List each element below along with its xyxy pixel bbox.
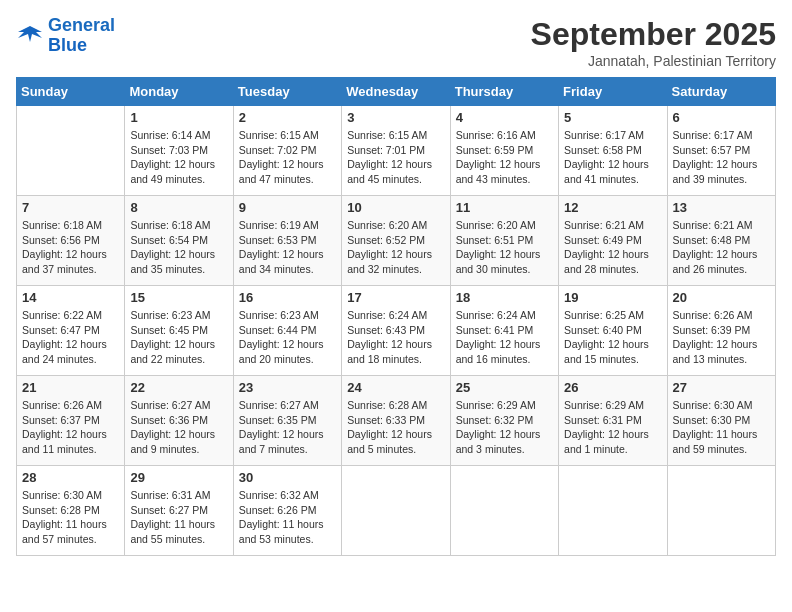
day-number: 13 — [673, 200, 770, 215]
calendar-day-cell: 28 Sunrise: 6:30 AMSunset: 6:28 PMDaylig… — [17, 466, 125, 556]
calendar-day-cell: 1 Sunrise: 6:14 AMSunset: 7:03 PMDayligh… — [125, 106, 233, 196]
day-number: 28 — [22, 470, 119, 485]
calendar-day-cell: 13 Sunrise: 6:21 AMSunset: 6:48 PMDaylig… — [667, 196, 775, 286]
day-info: Sunrise: 6:21 AMSunset: 6:48 PMDaylight:… — [673, 218, 770, 277]
day-number: 8 — [130, 200, 227, 215]
day-number: 14 — [22, 290, 119, 305]
header-monday: Monday — [125, 78, 233, 106]
header-friday: Friday — [559, 78, 667, 106]
calendar-day-cell: 29 Sunrise: 6:31 AMSunset: 6:27 PMDaylig… — [125, 466, 233, 556]
day-info: Sunrise: 6:19 AMSunset: 6:53 PMDaylight:… — [239, 218, 336, 277]
day-info: Sunrise: 6:28 AMSunset: 6:33 PMDaylight:… — [347, 398, 444, 457]
day-number: 20 — [673, 290, 770, 305]
day-number: 3 — [347, 110, 444, 125]
location-subtitle: Jannatah, Palestinian Territory — [531, 53, 776, 69]
day-info: Sunrise: 6:27 AMSunset: 6:35 PMDaylight:… — [239, 398, 336, 457]
day-number: 9 — [239, 200, 336, 215]
day-info: Sunrise: 6:20 AMSunset: 6:52 PMDaylight:… — [347, 218, 444, 277]
day-number: 17 — [347, 290, 444, 305]
day-number: 18 — [456, 290, 553, 305]
day-info: Sunrise: 6:17 AMSunset: 6:58 PMDaylight:… — [564, 128, 661, 187]
day-info: Sunrise: 6:24 AMSunset: 6:41 PMDaylight:… — [456, 308, 553, 367]
calendar-day-cell: 16 Sunrise: 6:23 AMSunset: 6:44 PMDaylig… — [233, 286, 341, 376]
header-tuesday: Tuesday — [233, 78, 341, 106]
day-number: 4 — [456, 110, 553, 125]
page-header: General Blue September 2025 Jannatah, Pa… — [16, 16, 776, 69]
day-info: Sunrise: 6:27 AMSunset: 6:36 PMDaylight:… — [130, 398, 227, 457]
day-info: Sunrise: 6:30 AMSunset: 6:30 PMDaylight:… — [673, 398, 770, 457]
day-number: 19 — [564, 290, 661, 305]
calendar-week-row: 1 Sunrise: 6:14 AMSunset: 7:03 PMDayligh… — [17, 106, 776, 196]
logo-blue: Blue — [48, 35, 87, 55]
calendar-day-cell: 30 Sunrise: 6:32 AMSunset: 6:26 PMDaylig… — [233, 466, 341, 556]
logo-general: General — [48, 15, 115, 35]
day-number: 21 — [22, 380, 119, 395]
header-thursday: Thursday — [450, 78, 558, 106]
day-info: Sunrise: 6:15 AMSunset: 7:02 PMDaylight:… — [239, 128, 336, 187]
calendar-day-cell — [450, 466, 558, 556]
calendar-day-cell: 9 Sunrise: 6:19 AMSunset: 6:53 PMDayligh… — [233, 196, 341, 286]
day-info: Sunrise: 6:18 AMSunset: 6:54 PMDaylight:… — [130, 218, 227, 277]
day-number: 24 — [347, 380, 444, 395]
calendar-day-cell: 22 Sunrise: 6:27 AMSunset: 6:36 PMDaylig… — [125, 376, 233, 466]
day-number: 16 — [239, 290, 336, 305]
day-number: 30 — [239, 470, 336, 485]
calendar-table: Sunday Monday Tuesday Wednesday Thursday… — [16, 77, 776, 556]
days-header-row: Sunday Monday Tuesday Wednesday Thursday… — [17, 78, 776, 106]
day-number: 29 — [130, 470, 227, 485]
month-title: September 2025 — [531, 16, 776, 53]
calendar-day-cell — [559, 466, 667, 556]
day-number: 25 — [456, 380, 553, 395]
day-info: Sunrise: 6:29 AMSunset: 6:32 PMDaylight:… — [456, 398, 553, 457]
day-info: Sunrise: 6:26 AMSunset: 6:37 PMDaylight:… — [22, 398, 119, 457]
svg-marker-0 — [18, 26, 42, 42]
day-info: Sunrise: 6:16 AMSunset: 6:59 PMDaylight:… — [456, 128, 553, 187]
day-info: Sunrise: 6:22 AMSunset: 6:47 PMDaylight:… — [22, 308, 119, 367]
calendar-day-cell: 10 Sunrise: 6:20 AMSunset: 6:52 PMDaylig… — [342, 196, 450, 286]
calendar-day-cell — [342, 466, 450, 556]
day-info: Sunrise: 6:25 AMSunset: 6:40 PMDaylight:… — [564, 308, 661, 367]
day-info: Sunrise: 6:26 AMSunset: 6:39 PMDaylight:… — [673, 308, 770, 367]
calendar-day-cell: 14 Sunrise: 6:22 AMSunset: 6:47 PMDaylig… — [17, 286, 125, 376]
day-number: 6 — [673, 110, 770, 125]
calendar-day-cell: 21 Sunrise: 6:26 AMSunset: 6:37 PMDaylig… — [17, 376, 125, 466]
day-info: Sunrise: 6:15 AMSunset: 7:01 PMDaylight:… — [347, 128, 444, 187]
calendar-day-cell: 24 Sunrise: 6:28 AMSunset: 6:33 PMDaylig… — [342, 376, 450, 466]
day-info: Sunrise: 6:23 AMSunset: 6:45 PMDaylight:… — [130, 308, 227, 367]
logo: General Blue — [16, 16, 115, 56]
day-number: 2 — [239, 110, 336, 125]
day-number: 27 — [673, 380, 770, 395]
calendar-day-cell: 11 Sunrise: 6:20 AMSunset: 6:51 PMDaylig… — [450, 196, 558, 286]
calendar-day-cell: 5 Sunrise: 6:17 AMSunset: 6:58 PMDayligh… — [559, 106, 667, 196]
day-number: 7 — [22, 200, 119, 215]
day-info: Sunrise: 6:31 AMSunset: 6:27 PMDaylight:… — [130, 488, 227, 547]
day-info: Sunrise: 6:21 AMSunset: 6:49 PMDaylight:… — [564, 218, 661, 277]
day-number: 15 — [130, 290, 227, 305]
calendar-day-cell: 15 Sunrise: 6:23 AMSunset: 6:45 PMDaylig… — [125, 286, 233, 376]
header-saturday: Saturday — [667, 78, 775, 106]
header-sunday: Sunday — [17, 78, 125, 106]
day-number: 26 — [564, 380, 661, 395]
calendar-day-cell — [17, 106, 125, 196]
day-number: 10 — [347, 200, 444, 215]
calendar-day-cell: 6 Sunrise: 6:17 AMSunset: 6:57 PMDayligh… — [667, 106, 775, 196]
calendar-day-cell: 8 Sunrise: 6:18 AMSunset: 6:54 PMDayligh… — [125, 196, 233, 286]
calendar-week-row: 28 Sunrise: 6:30 AMSunset: 6:28 PMDaylig… — [17, 466, 776, 556]
calendar-day-cell: 20 Sunrise: 6:26 AMSunset: 6:39 PMDaylig… — [667, 286, 775, 376]
calendar-day-cell: 26 Sunrise: 6:29 AMSunset: 6:31 PMDaylig… — [559, 376, 667, 466]
logo-bird-icon — [16, 22, 44, 50]
day-info: Sunrise: 6:30 AMSunset: 6:28 PMDaylight:… — [22, 488, 119, 547]
title-area: September 2025 Jannatah, Palestinian Ter… — [531, 16, 776, 69]
day-info: Sunrise: 6:18 AMSunset: 6:56 PMDaylight:… — [22, 218, 119, 277]
day-info: Sunrise: 6:32 AMSunset: 6:26 PMDaylight:… — [239, 488, 336, 547]
day-number: 12 — [564, 200, 661, 215]
header-wednesday: Wednesday — [342, 78, 450, 106]
calendar-day-cell: 23 Sunrise: 6:27 AMSunset: 6:35 PMDaylig… — [233, 376, 341, 466]
day-number: 1 — [130, 110, 227, 125]
day-info: Sunrise: 6:23 AMSunset: 6:44 PMDaylight:… — [239, 308, 336, 367]
calendar-week-row: 7 Sunrise: 6:18 AMSunset: 6:56 PMDayligh… — [17, 196, 776, 286]
calendar-day-cell: 2 Sunrise: 6:15 AMSunset: 7:02 PMDayligh… — [233, 106, 341, 196]
day-info: Sunrise: 6:20 AMSunset: 6:51 PMDaylight:… — [456, 218, 553, 277]
calendar-day-cell: 27 Sunrise: 6:30 AMSunset: 6:30 PMDaylig… — [667, 376, 775, 466]
day-number: 11 — [456, 200, 553, 215]
